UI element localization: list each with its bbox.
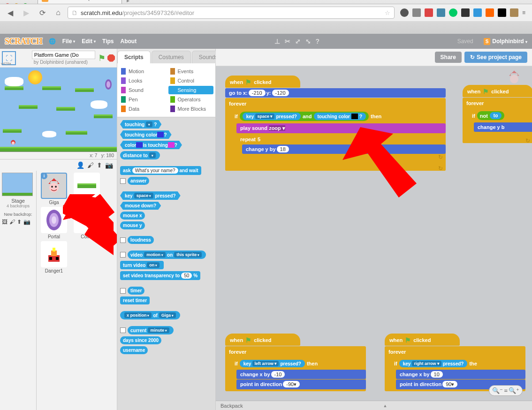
ext-icon[interactable] xyxy=(437,8,445,17)
camera-sprite-icon[interactable]: 📷 xyxy=(105,161,113,169)
block-ask[interactable]: askWhat's your name?and wait xyxy=(120,166,201,175)
stage-thumb[interactable] xyxy=(2,173,33,196)
block-answer[interactable]: answer xyxy=(128,177,149,185)
menu-about[interactable]: About xyxy=(120,38,137,45)
info-icon[interactable]: i xyxy=(41,173,47,179)
grow-icon[interactable]: ⤢ xyxy=(295,38,301,45)
block-current[interactable]: currentminute xyxy=(128,326,174,334)
sprite-library-icon[interactable]: 👤 xyxy=(76,161,84,169)
block-video-transparency[interactable]: set video transparency to50% xyxy=(120,271,200,280)
ext-icon[interactable] xyxy=(486,8,494,17)
palette-column: Scripts Costumes Sounds Motion Events Lo… xyxy=(117,49,216,410)
url-bar[interactable]: 🗋 scratch.mit.edu/projects/34597326/#edi… xyxy=(68,7,395,19)
block-distance-to[interactable]: distance to xyxy=(120,151,160,159)
script-area[interactable]: when⚑clicked go to x:-210y:-120 forever … xyxy=(216,66,532,401)
flag-icon: ⚑ xyxy=(245,78,251,86)
user-avatar-icon: S xyxy=(484,38,491,45)
zoom-reset-button[interactable]: = xyxy=(504,387,508,394)
star-icon[interactable]: ☆ xyxy=(385,9,390,16)
block-touching-color[interactable]: touching color ? xyxy=(120,130,172,139)
block-key-pressed[interactable]: keyspacepressed? xyxy=(120,191,181,200)
user-menu[interactable]: SDolphinbird ▾ xyxy=(484,38,527,45)
monitor-checkbox[interactable] xyxy=(120,178,126,184)
backdrop-library-icon[interactable]: 🖼 xyxy=(2,219,8,225)
zoom-out-button[interactable]: 🔍⁻ xyxy=(492,387,503,394)
cat-motion[interactable]: Motion xyxy=(119,67,165,76)
script-stack[interactable]: when⚑clicked forever if keyleft arrow ▾p… xyxy=(225,334,366,391)
ext-icon[interactable] xyxy=(473,8,482,17)
script-stack[interactable]: when⚑clicked forever if keyright arrow ▾… xyxy=(385,334,525,391)
menu-file[interactable]: File▾ xyxy=(62,38,76,45)
block-mouse-y[interactable]: mouse y xyxy=(120,221,145,229)
see-project-button[interactable]: ↻ See project page xyxy=(464,52,527,63)
block-mouse-down[interactable]: mouse down? xyxy=(120,202,161,210)
cat-control[interactable]: Control xyxy=(168,76,214,85)
cat-events[interactable]: Events xyxy=(168,67,214,76)
menu-edit[interactable]: Edit▾ xyxy=(82,38,96,45)
project-title-input[interactable]: Platform Game (Do xyxy=(32,51,95,59)
block-touching[interactable]: touching? xyxy=(120,120,161,129)
ext-icon[interactable] xyxy=(498,8,506,17)
block-color-touching[interactable]: color is touching ? xyxy=(120,141,182,149)
sprite-area: Stage 4 backdrops New backdrop: 🖼 🖌 ⬆ 📷 … xyxy=(0,171,117,410)
block-categories: Motion Events Looks Control Sound Sensin… xyxy=(117,63,215,117)
block-days-2000[interactable]: days since 2000 xyxy=(120,336,161,344)
scissors-icon[interactable]: ✂ xyxy=(285,38,290,45)
block-loudness[interactable]: loudness xyxy=(128,236,154,244)
green-flag-button[interactable]: ⚑ xyxy=(98,53,106,63)
monitor-checkbox[interactable] xyxy=(120,252,126,258)
backdrop-upload-icon[interactable]: ⬆ xyxy=(17,219,22,225)
share-button[interactable]: Share xyxy=(435,52,462,63)
cat-more[interactable]: More Blocks xyxy=(168,105,214,113)
stamp-icon[interactable]: ⊥ xyxy=(274,38,280,45)
backdrop-camera-icon[interactable]: 📷 xyxy=(23,219,30,225)
shrink-icon[interactable]: ⤡ xyxy=(305,38,311,45)
ext-icon[interactable] xyxy=(510,8,518,17)
stage-canvas[interactable] xyxy=(0,68,117,152)
stop-button[interactable] xyxy=(107,54,115,62)
block-palette[interactable]: touching? touching color ? color is touc… xyxy=(117,117,215,410)
forward-button[interactable]: ▶ xyxy=(20,6,33,19)
cat-looks[interactable]: Looks xyxy=(119,76,165,85)
block-turn-video[interactable]: turn videoon xyxy=(120,261,164,269)
cat-sound[interactable]: Sound xyxy=(119,86,165,94)
new-tab-button[interactable]: ▸ xyxy=(122,0,134,4)
tab-costumes[interactable]: Costumes xyxy=(152,51,191,63)
ext-icon[interactable] xyxy=(412,8,421,17)
tab-scripts[interactable]: Scripts xyxy=(117,51,151,63)
block-of[interactable]: x positionofGiga xyxy=(120,311,180,319)
block-username[interactable]: username xyxy=(120,346,148,354)
menu-tips[interactable]: Tips xyxy=(102,38,114,45)
ext-icon[interactable] xyxy=(400,8,409,17)
back-button[interactable]: ◀ xyxy=(4,6,17,19)
cat-operators[interactable]: Operators xyxy=(168,95,214,104)
scratch-logo[interactable]: SCRATCH xyxy=(5,37,42,46)
monitor-checkbox[interactable] xyxy=(120,327,126,333)
menu-icon[interactable]: ≡ xyxy=(522,9,525,16)
stage-selector[interactable]: Stage 4 backdrops New backdrop: 🖼 🖌 ⬆ 📷 xyxy=(0,171,37,410)
stage-backdrop-count: 4 backdrops xyxy=(2,204,34,208)
block-reset-timer[interactable]: reset timer xyxy=(120,296,150,304)
block-timer[interactable]: timer xyxy=(128,287,144,295)
globe-icon[interactable]: 🌐 xyxy=(49,38,56,45)
block-video[interactable]: videomotiononthis sprite xyxy=(128,251,206,259)
ext-icon[interactable] xyxy=(461,8,470,17)
reload-button[interactable]: ⟳ xyxy=(36,6,49,19)
upload-sprite-icon[interactable]: ⬆ xyxy=(97,161,102,169)
cat-data[interactable]: Data xyxy=(119,105,165,113)
browser-tab[interactable]: Platform Game (Starter) re… xyxy=(38,0,122,4)
help-icon[interactable]: ? xyxy=(316,38,320,45)
monitor-checkbox[interactable] xyxy=(120,288,126,294)
zoom-in-button[interactable]: 🔍⁺ xyxy=(509,387,519,394)
backdrop-paint-icon[interactable]: 🖌 xyxy=(9,219,15,225)
monitor-checkbox[interactable] xyxy=(120,237,126,243)
block-mouse-x[interactable]: mouse x xyxy=(120,212,145,220)
ext-icon[interactable] xyxy=(449,8,457,17)
script-stack[interactable]: when⚑clicked forever if not to change y … xyxy=(463,85,532,143)
backpack-bar[interactable]: Backpack▲ xyxy=(216,401,532,410)
ext-icon[interactable] xyxy=(425,8,433,17)
paint-sprite-icon[interactable]: 🖌 xyxy=(87,161,94,169)
cat-pen[interactable]: Pen xyxy=(119,95,165,104)
home-button[interactable]: ⌂ xyxy=(52,6,65,19)
cat-sensing[interactable]: Sensing xyxy=(168,86,214,94)
